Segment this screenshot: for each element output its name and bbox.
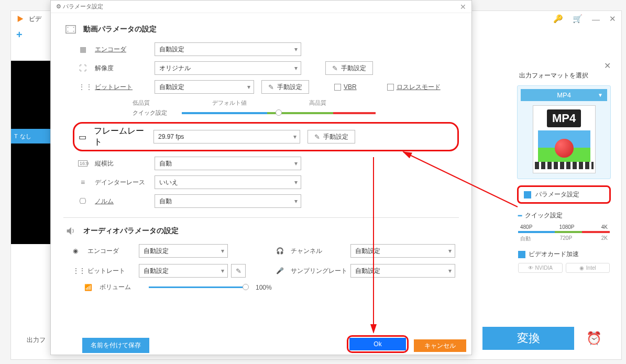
deinterlace-icon: ≡ [78,178,87,186]
panel-close-icon[interactable]: ✕ [604,61,611,71]
resolution-icon: ⛶ [78,64,87,72]
pencil-icon: ✎ [268,83,274,91]
quick-settings: ━ クイック設定 480P 1080P 4K 自動 720P 2K [518,211,610,242]
format-select[interactable]: MP4 ▼ [521,89,607,101]
convert-button[interactable]: 変換 [482,327,574,350]
format-thumbnail: MP4 [533,105,596,173]
norm-icon: 🖵 [78,197,87,205]
gpu-accel-row[interactable]: ビデオカード加速 [518,250,610,259]
audio-bitrate-edit-button[interactable]: ✎ [231,264,246,278]
framerate-manual-button[interactable]: ✎手動設定 [307,130,355,144]
pencil-icon: ✎ [332,64,338,72]
dialog-titlebar: ⚙ パラメータ設定 ✕ [51,1,471,13]
parameter-dialog: ⚙ パラメータ設定 ✕ 動画パラメータの設定 ▦ エンコーダ 自動設定 ⛶ 解像… [50,0,472,355]
norm-row: 🖵 ノルム 自動 [78,194,459,208]
encoder-icon: ▦ [78,45,87,53]
resolution-select[interactable]: オリジナル [155,61,301,75]
close-icon[interactable]: ✕ [609,14,616,24]
audio-bitrate-select[interactable]: 自動設定 [139,264,228,278]
audio-encoder-icon: ◉ [73,247,84,255]
volume-row: 📶 ボリューム 100% [84,283,459,292]
aspect-icon: 16:9 [78,160,87,167]
format-card[interactable]: MP4 ▼ MP4 [517,85,611,179]
volume-icon: 📶 [84,284,92,291]
ok-highlight: Ok [347,335,409,353]
chip-icon [518,251,525,258]
timer-icon[interactable]: ⏰ [583,327,606,350]
deinterlace-row: ≡ デインターレース いいえ [78,175,459,189]
bitrate-manual-button[interactable]: ✎手動設定 [261,80,309,94]
chevron-down-icon: ▼ [598,92,603,98]
framerate-row-highlight: ▭ フレームレート 29.97 fps ✎手動設定 [73,122,459,151]
svg-rect-0 [66,26,75,34]
film-icon [63,24,78,35]
divider [63,217,459,218]
svg-point-2 [68,31,69,32]
audio-grid: ◉ エンコーダ 自動設定 🎧 チャンネル 自動設定 ⋮⋮ ビットレート 自動設定… [73,244,459,278]
cart-icon[interactable]: 🛒 [573,14,583,24]
volume-slider[interactable] [149,286,248,288]
channel-icon: 🎧 [276,247,288,255]
add-button[interactable]: + [16,29,23,41]
app-logo-icon [16,15,25,23]
bitrate-select[interactable]: 自動設定 [155,80,254,94]
audio-channel-select[interactable]: 自動設定 [350,244,455,258]
dialog-close-icon[interactable]: ✕ [460,3,466,11]
nvidia-tag: 👁NVIDIA [518,263,563,273]
film-strip-icon [535,162,594,169]
quality-slider[interactable] [518,231,610,233]
audio-bitrate-icon: ⋮⋮ [73,267,84,274]
vendor-row: 👁NVIDIA ◉Intel [518,263,610,273]
audio-encoder-select[interactable]: 自動設定 [139,244,228,258]
svg-point-4 [73,31,74,32]
save-as-button[interactable]: 名前を付けて保存 [82,338,149,353]
parameter-settings-button[interactable]: パラメータ設定 [517,185,611,204]
pencil-icon: ✎ [314,133,320,141]
framerate-select[interactable]: 29.97 fps [153,130,300,144]
lossless-checkbox[interactable]: ロスレスモード [387,83,441,92]
mp4-badge: MP4 [547,109,581,127]
thumbnail-image [538,130,590,162]
quality-labels-top: 480P 1080P 4K [518,224,610,230]
svg-point-1 [68,27,69,28]
quality-labels-bottom: 自動 720P 2K [518,235,610,242]
speaker-icon [63,225,78,237]
quick-slider-row: クイック設定 [109,109,459,117]
aspect-row: 16:9 縦横比 自動 [78,157,459,170]
deinterlace-select[interactable]: いいえ [155,175,301,189]
bitrate-row: ⋮⋮ ビットレート 自動設定 ✎手動設定 VBR ロスレスモード [78,80,459,94]
panel-title: 出力フォーマットを選択 [519,71,615,80]
audio-samplerate-select[interactable]: 自動設定 [350,264,455,278]
encoder-select[interactable]: 自動設定 [155,42,301,56]
main-title: ビデ [29,15,41,24]
resolution-manual-button[interactable]: ✎手動設定 [325,61,373,75]
item-label: なし [20,133,31,140]
sliders-icon [524,191,531,198]
audio-section-header: オーディオパラメータの設定 [63,225,459,237]
dash-icon: ━ [518,212,522,219]
samplerate-icon: 🎤 [276,267,288,274]
dialog-footer: 名前を付けて保存 Ok キャンセル [51,336,471,355]
bitrate-icon: ⋮⋮ [78,83,87,91]
intel-tag: ◉Intel [566,263,610,273]
cancel-button[interactable]: キャンセル [414,339,466,352]
aspect-select[interactable]: 自動 [155,157,301,170]
norm-select[interactable]: 自動 [155,194,301,208]
vbr-checkbox[interactable]: VBR [334,83,357,91]
minimize-icon[interactable]: — [592,15,600,24]
key-icon[interactable]: 🔑 [553,14,563,24]
ok-button[interactable]: Ok [349,338,406,350]
encoder-row: ▦ エンコーダ 自動設定 [78,42,459,56]
framerate-icon: ▭ [79,132,86,142]
video-section-header: 動画パラメータの設定 [63,24,459,35]
quality-labels: 低品質 デフォルト値 高品質 [133,99,326,107]
svg-point-3 [73,27,74,28]
quality-slider[interactable] [182,112,376,114]
output-label-fragment: 出力フ [27,336,46,345]
right-panel: ✕ 出力フォーマットを選択 MP4 ▼ MP4 パラメータ設定 ━ クイック設定… [513,61,615,323]
resolution-row: ⛶ 解像度 オリジナル ✎手動設定 [78,61,459,75]
